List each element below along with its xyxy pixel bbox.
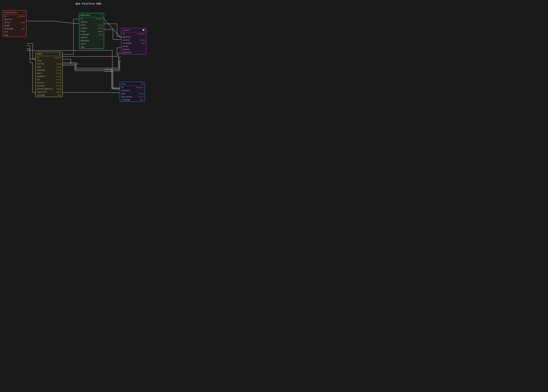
tags-title: tags (121, 83, 126, 85)
users-field-portfolio: portfolioWebsite string (36, 87, 62, 91)
entity-interactions: interactions 〜 id string pk question act… (3, 10, 27, 37)
entity-tags: tags 🏷 id string pk followers name strin… (120, 82, 145, 102)
questions-field-answers: answers (79, 21, 104, 24)
questions-field-downvotes: downvotes (79, 39, 104, 42)
users-field-bio: bio string (36, 78, 62, 81)
interactions-field-id: id string pk (3, 15, 26, 18)
questions-field-title: title string (79, 24, 104, 27)
tags-field-description: description string (120, 95, 145, 98)
users-header: users 👤 (36, 52, 62, 56)
users-field-username: username string (36, 69, 62, 72)
interactions-field-action: action string (3, 21, 26, 24)
entity-questions: questions ❓ id string pk answers title s… (79, 13, 104, 49)
activity-icon: 〜 (23, 11, 25, 14)
users-title: users (37, 53, 42, 55)
interactions-field-tags: tags (3, 34, 26, 37)
tag-icon: 🏷 (141, 83, 143, 85)
interactions-field-question: question (3, 18, 26, 21)
interactions-header: interactions 〜 (3, 10, 26, 15)
users-field-id: id string pk (36, 56, 62, 59)
questions-header: questions ❓ (79, 13, 104, 17)
page-title: Q&A Platform ERD (0, 0, 177, 7)
tags-header: tags 🏷 (120, 82, 145, 86)
interactions-field-user: user (3, 30, 26, 34)
users-field-password: password string (36, 75, 62, 78)
users-field-location: location string (36, 84, 62, 87)
tags-field-createdon: createdOn date (120, 98, 145, 102)
users-field-saved: saved (36, 59, 62, 62)
entity-answers: answers 💬 id string pk question content … (121, 28, 146, 55)
questions-field-id: id string pk (79, 17, 104, 21)
interactions-field-answer: answer (3, 24, 26, 27)
questions-field-author: author (79, 42, 104, 45)
users-field-joinedat: joinedAt date (36, 94, 62, 97)
questions-field-createdat: createdAt date (79, 33, 104, 36)
users-field-picture: picture string (36, 81, 62, 84)
answers-title: answers (123, 29, 130, 31)
chat-icon: 💬 (142, 29, 145, 31)
answers-field-id: id string pk (121, 32, 146, 35)
answers-field-downvotes: downvotes (121, 51, 146, 54)
users-field-name: name string (36, 65, 62, 69)
questions-field-views: views number (79, 30, 104, 33)
user-icon: 👤 (59, 53, 61, 55)
users-field-email: email string (36, 72, 62, 75)
questions-title: questions (81, 14, 90, 16)
questions-field-upvotes: upvotes (79, 36, 104, 39)
tags-field-followers: followers (120, 89, 145, 92)
users-field-reputation: reputation number (36, 91, 62, 94)
answers-field-upvotes: upvotes (121, 48, 146, 51)
questions-field-content: content string (79, 27, 104, 30)
answers-header: answers 💬 (121, 28, 146, 32)
tags-field-id: id string pk (120, 86, 145, 89)
answers-field-content: content string (121, 39, 146, 42)
users-field-clerkid: clerkId string (36, 62, 62, 65)
question-icon: ❓ (100, 14, 103, 16)
tags-field-name: name string (120, 92, 145, 95)
answers-field-question: question (121, 35, 146, 39)
answers-field-author: author (121, 45, 146, 48)
interactions-title: interactions (4, 12, 17, 14)
questions-field-tags: tags (79, 45, 104, 49)
answers-field-createdat: createdAt date (121, 42, 146, 45)
interactions-field-createdat: createdAt date (3, 27, 26, 30)
entity-users: users 👤 id string pk saved clerkId strin… (35, 52, 62, 97)
